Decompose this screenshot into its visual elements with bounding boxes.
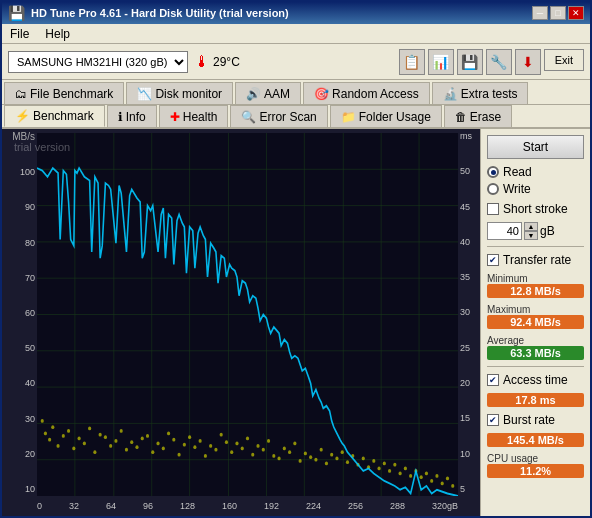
svg-point-31 (93, 450, 96, 454)
svg-point-49 (188, 435, 191, 439)
exit-button[interactable]: Exit (544, 49, 584, 71)
svg-point-34 (109, 444, 112, 448)
minimum-value: 12.8 MB/s (487, 284, 584, 298)
health-icon: ✚ (170, 110, 180, 124)
tab-health[interactable]: ✚ Health (159, 105, 229, 127)
maximum-value: 92.4 MB/s (487, 315, 584, 329)
svg-point-32 (99, 433, 102, 437)
svg-point-94 (425, 472, 428, 476)
transfer-rate-item[interactable]: ✔ Transfer rate (487, 253, 584, 267)
tab-disk-monitor[interactable]: 📉 Disk monitor (126, 82, 233, 104)
x-axis: 0 32 64 96 128 160 192 224 256 288 320gB (37, 496, 458, 516)
svg-point-46 (172, 438, 175, 442)
x-96: 96 (143, 501, 153, 511)
tab-file-benchmark[interactable]: 🗂 File Benchmark (4, 82, 124, 104)
burst-rate-item[interactable]: ✔ Burst rate (487, 413, 584, 427)
svg-point-59 (241, 447, 244, 451)
window-controls: ─ □ ✕ (532, 6, 584, 20)
write-radio[interactable] (487, 183, 499, 195)
y-right-50: 50 (460, 166, 470, 176)
write-radio-item[interactable]: Write (487, 182, 584, 196)
y-left-60: 60 (25, 308, 35, 318)
maximum-label: Maximum (487, 304, 584, 315)
start-button[interactable]: Start (487, 135, 584, 159)
short-stroke-item[interactable]: Short stroke (487, 202, 584, 216)
svg-point-54 (214, 448, 217, 452)
chart-canvas (37, 133, 458, 496)
x-256: 256 (348, 501, 363, 511)
icon-btn-2[interactable]: 📊 (428, 49, 454, 75)
svg-point-77 (335, 457, 338, 461)
tab-folder-usage[interactable]: 📁 Folder Usage (330, 105, 442, 127)
y-left-40: 40 (25, 378, 35, 388)
svg-point-43 (156, 442, 159, 446)
tab-aam[interactable]: 🔊 AAM (235, 82, 301, 104)
x-288: 288 (390, 501, 405, 511)
icon-btn-4[interactable]: 🔧 (486, 49, 512, 75)
tab-error-scan[interactable]: 🔍 Error Scan (230, 105, 327, 127)
x-192: 192 (264, 501, 279, 511)
svg-point-95 (430, 479, 433, 483)
main-content: trial version MB/s 100 90 80 70 60 50 40… (2, 129, 590, 516)
svg-point-78 (341, 450, 344, 454)
tab-benchmark[interactable]: ⚡ Benchmark (4, 105, 105, 127)
cpu-usage-value: 11.2% (487, 464, 584, 478)
short-stroke-checkbox[interactable] (487, 203, 499, 215)
transfer-rate-checkbox[interactable]: ✔ (487, 254, 499, 266)
tab-random-access[interactable]: 🎯 Random Access (303, 82, 430, 104)
tabs-row2: ⚡ Benchmark ℹ Info ✚ Health 🔍 Error Scan… (2, 105, 590, 129)
read-radio-item[interactable]: Read (487, 165, 584, 179)
divider-1 (487, 246, 584, 247)
icon-btn-5[interactable]: ⬇ (515, 49, 541, 75)
maximize-button[interactable]: □ (550, 6, 566, 20)
read-write-group: Read Write (487, 165, 584, 196)
spin-input[interactable] (487, 222, 522, 240)
minimum-label: Minimum (487, 273, 584, 284)
svg-point-20 (41, 419, 44, 423)
icon-btn-1[interactable]: 📋 (399, 49, 425, 75)
svg-point-75 (325, 462, 328, 466)
y-right-40: 40 (460, 237, 470, 247)
access-time-item[interactable]: ✔ Access time (487, 373, 584, 387)
toolbar: SAMSUNG HM321HI (320 gB) 🌡 29°C 📋 📊 💾 🔧 … (2, 44, 590, 80)
window-title: HD Tune Pro 4.61 - Hard Disk Utility (tr… (31, 7, 289, 19)
drive-dropdown[interactable]: SAMSUNG HM321HI (320 gB) (8, 51, 188, 73)
spin-down[interactable]: ▼ (524, 231, 538, 240)
menu-help[interactable]: Help (41, 26, 74, 42)
aam-icon: 🔊 (246, 87, 261, 101)
spin-buttons: ▲ ▼ (524, 222, 538, 240)
minimize-button[interactable]: ─ (532, 6, 548, 20)
svg-point-87 (388, 469, 391, 473)
y-right-30: 30 (460, 307, 470, 317)
svg-point-74 (320, 448, 323, 452)
y-left-70: 70 (25, 273, 35, 283)
svg-point-69 (293, 442, 296, 446)
y-left-30: 30 (25, 414, 35, 424)
read-radio[interactable] (487, 166, 499, 178)
burst-rate-checkbox[interactable]: ✔ (487, 414, 499, 426)
gb-label: gB (540, 224, 555, 238)
access-time-checkbox[interactable]: ✔ (487, 374, 499, 386)
temperature-display: 🌡 29°C (194, 53, 240, 71)
svg-point-50 (193, 445, 196, 449)
menu-bar: File Help (2, 24, 590, 44)
svg-point-56 (225, 440, 228, 444)
maximum-stat: Maximum 92.4 MB/s (487, 304, 584, 329)
close-button[interactable]: ✕ (568, 6, 584, 20)
access-time-label: Access time (503, 373, 568, 387)
svg-point-51 (199, 439, 202, 443)
y-left-90: 90 (25, 202, 35, 212)
spin-up[interactable]: ▲ (524, 222, 538, 231)
x-224: 224 (306, 501, 321, 511)
average-value: 63.3 MB/s (487, 346, 584, 360)
tab-erase[interactable]: 🗑 Erase (444, 105, 512, 127)
svg-point-60 (246, 437, 249, 441)
svg-point-37 (125, 448, 128, 452)
tab-extra-tests[interactable]: 🔬 Extra tests (432, 82, 529, 104)
tab-info[interactable]: ℹ Info (107, 105, 157, 127)
svg-point-96 (435, 474, 438, 478)
chart-svg (37, 133, 458, 496)
icon-btn-3[interactable]: 💾 (457, 49, 483, 75)
svg-point-22 (48, 438, 51, 442)
menu-file[interactable]: File (6, 26, 33, 42)
